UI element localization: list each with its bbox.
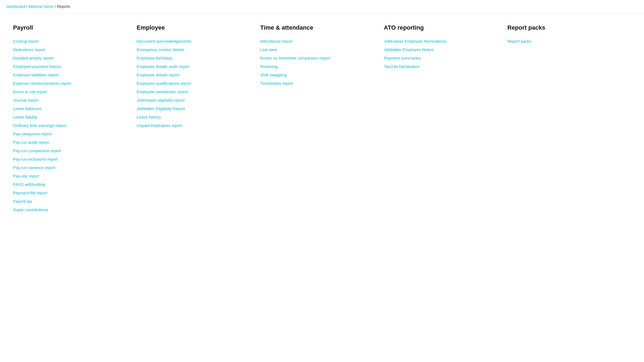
report-link[interactable]: JobKeeper eligibility report	[137, 98, 185, 102]
list-item: Emergency contact details	[137, 47, 255, 52]
list-item: Live view	[260, 47, 378, 52]
list-item: JobMaker Eligibility Report	[137, 106, 255, 111]
report-link[interactable]: Leave liability	[13, 115, 37, 119]
column-title-employee: Employee	[137, 24, 255, 31]
list-item: Pay run audit report	[13, 140, 131, 145]
report-link[interactable]: Payment summaries	[384, 56, 421, 60]
breadcrumb-dashboard[interactable]: Dashboard	[7, 4, 25, 9]
list-item: Employee details audit report	[137, 64, 255, 69]
report-link[interactable]: Rostering	[260, 64, 278, 69]
column-employee: EmployeeDocument acknowledgementsEmergen…	[137, 24, 260, 128]
report-link[interactable]: Costing report	[13, 39, 39, 43]
report-link[interactable]: PAYG withholding	[13, 182, 45, 187]
list-item: Payment summaries	[384, 56, 502, 60]
column-title-report-packs: Report packs	[507, 24, 626, 31]
report-link[interactable]: Pay run variance report	[13, 165, 55, 170]
report-link[interactable]: Expense reimbursements report	[13, 81, 71, 86]
list-item: Expense reimbursements report	[13, 81, 131, 86]
list-item: Document acknowledgements	[137, 39, 255, 43]
report-link[interactable]: Timesheets report	[260, 81, 293, 86]
report-link[interactable]: Payment file report	[13, 191, 47, 195]
report-list-ato-reporting: JobKeeper Employee NominationsJobMaker E…	[384, 39, 502, 69]
report-link[interactable]: Super contributions	[13, 207, 48, 212]
column-title-payroll: Payroll	[13, 24, 131, 31]
list-item: Employee details report	[137, 73, 255, 77]
main-content: PayrollCosting reportDeductions reportDe…	[0, 13, 644, 223]
list-item: Shift swapping	[260, 73, 378, 77]
report-link[interactable]: Gross to net report	[13, 89, 47, 94]
report-link[interactable]: Pay run audit report	[13, 140, 49, 145]
list-item: Employee qualifications report	[137, 81, 255, 86]
report-link[interactable]: Employee details report	[137, 73, 180, 77]
column-report-packs: Report packsReport packs	[507, 24, 631, 43]
report-link[interactable]: Live view	[260, 47, 277, 52]
list-item: Pay run comparison report	[13, 148, 131, 153]
report-link[interactable]: Pay slip report	[13, 174, 39, 178]
report-link[interactable]: Pay run comparison report	[13, 148, 61, 153]
report-link[interactable]: Attendance report	[260, 39, 293, 43]
list-item: Employer liabilities report	[13, 73, 131, 77]
report-link[interactable]: Shift swapping	[260, 73, 287, 77]
report-link[interactable]: JobMaker Eligibility Report	[137, 106, 185, 111]
report-link[interactable]: Tax File Declaration	[384, 64, 420, 69]
report-list-report-packs: Report packs	[507, 39, 626, 43]
list-item: Pay categories report	[13, 132, 131, 136]
report-link[interactable]: Emergency contact details	[137, 47, 184, 52]
report-link[interactable]: Roster vs timesheet comparison report	[260, 56, 330, 60]
list-item: Gross to net report	[13, 89, 131, 94]
list-item: Timesheets report	[260, 81, 378, 86]
column-payroll: PayrollCosting reportDeductions reportDe…	[13, 24, 137, 212]
report-link[interactable]: Pay run inclusions report	[13, 157, 58, 161]
list-item: Unpaid employees report	[137, 123, 255, 128]
report-link[interactable]: Employee details audit report	[137, 64, 189, 69]
report-link[interactable]: Employee payment history	[13, 64, 61, 69]
columns-grid: PayrollCosting reportDeductions reportDe…	[13, 24, 631, 212]
report-link[interactable]: Report packs	[507, 39, 531, 43]
list-item: Employee satisfaction report	[137, 89, 255, 94]
report-link[interactable]: Unpaid employees report	[137, 123, 182, 128]
report-list-payroll: Costing reportDeductions reportDetailed …	[13, 39, 131, 212]
report-link[interactable]: Ordinary time earnings report	[13, 123, 66, 128]
report-link[interactable]: Employee birthdays	[137, 56, 172, 60]
list-item: Leave balances	[13, 106, 131, 111]
list-item: Payment file report	[13, 191, 131, 195]
list-item: Deductions report	[13, 47, 131, 52]
report-link[interactable]: Payroll tax	[13, 199, 32, 204]
report-link[interactable]: Pay categories report	[13, 132, 52, 136]
breadcrumb-sep-2: /	[55, 4, 56, 9]
list-item: Pay run inclusions report	[13, 157, 131, 161]
list-item: Attendance report	[260, 39, 378, 43]
report-list-employee: Document acknowledgementsEmergency conta…	[137, 39, 255, 128]
breadcrumb-bar: Dashboard / Webinar Demo / Reports	[0, 0, 644, 13]
breadcrumb-sep-1: /	[26, 4, 27, 9]
list-item: Costing report	[13, 39, 131, 43]
list-item: Pay run variance report	[13, 165, 131, 170]
list-item: Super contributions	[13, 207, 131, 212]
report-link[interactable]: Employee satisfaction report	[137, 89, 188, 94]
list-item: Employee birthdays	[137, 56, 255, 60]
report-link[interactable]: JobMaker Employee Notice	[384, 47, 433, 52]
list-item: Employee payment history	[13, 64, 131, 69]
breadcrumb-current: Reports	[57, 4, 70, 9]
list-item: Report packs	[507, 39, 626, 43]
report-link[interactable]: Journal report	[13, 98, 38, 102]
column-ato-reporting: ATO reportingJobKeeper Employee Nominati…	[384, 24, 507, 69]
report-list-time-attendance: Attendance reportLive viewRoster vs time…	[260, 39, 378, 86]
report-link[interactable]: Leave balances	[13, 106, 42, 111]
column-time-attendance: Time & attendanceAttendance reportLive v…	[260, 24, 384, 86]
report-link[interactable]: Deductions report	[13, 47, 45, 52]
list-item: Roster vs timesheet comparison report	[260, 56, 378, 60]
report-link[interactable]: Employee qualifications report	[137, 81, 191, 86]
list-item: Payroll tax	[13, 199, 131, 204]
report-link[interactable]: Employer liabilities report	[13, 73, 59, 77]
list-item: Leave history	[137, 115, 255, 119]
report-link[interactable]: JobKeeper Employee Nominations	[384, 39, 447, 43]
report-link[interactable]: Detailed activity report	[13, 56, 53, 60]
list-item: Ordinary time earnings report	[13, 123, 131, 128]
list-item: Detailed activity report	[13, 56, 131, 60]
list-item: Leave liability	[13, 115, 131, 119]
breadcrumb-webinar-demo[interactable]: Webinar Demo	[28, 4, 54, 9]
list-item: Rostering	[260, 64, 378, 69]
report-link[interactable]: Document acknowledgements	[137, 39, 191, 43]
report-link[interactable]: Leave history	[137, 115, 161, 119]
